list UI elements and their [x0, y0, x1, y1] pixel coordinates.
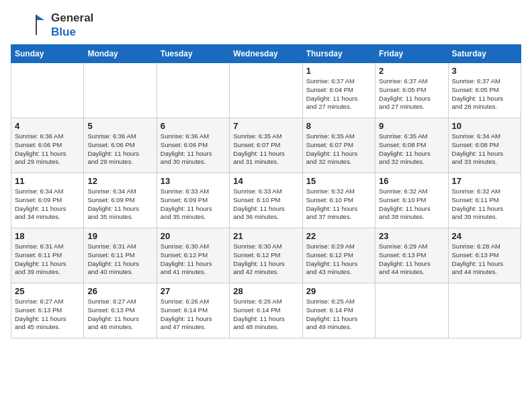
day-number: 29 — [306, 286, 371, 296]
day-number: 22 — [306, 231, 371, 241]
day-number: 7 — [233, 121, 298, 131]
day-number: 27 — [161, 286, 226, 296]
day-number: 17 — [452, 176, 517, 186]
day-info: Sunrise: 6:34 AM Sunset: 6:09 PM Dayligh… — [15, 187, 80, 222]
calendar-cell: 23Sunrise: 6:29 AM Sunset: 6:13 PM Dayli… — [375, 228, 448, 283]
calendar-cell: 6Sunrise: 6:36 AM Sunset: 6:06 PM Daylig… — [157, 118, 229, 173]
day-info: Sunrise: 6:35 AM Sunset: 6:07 PM Dayligh… — [233, 132, 298, 167]
day-number: 6 — [161, 121, 226, 131]
day-number: 14 — [233, 176, 298, 186]
weekday-header-row: SundayMondayTuesdayWednesdayThursdayFrid… — [11, 45, 521, 63]
day-number: 1 — [306, 66, 371, 76]
week-row-1: 1Sunrise: 6:37 AM Sunset: 6:04 PM Daylig… — [11, 63, 521, 118]
day-info: Sunrise: 6:37 AM Sunset: 6:05 PM Dayligh… — [452, 77, 517, 111]
weekday-header-thursday: Thursday — [302, 45, 375, 63]
calendar-cell: 11Sunrise: 6:34 AM Sunset: 6:09 PM Dayli… — [11, 173, 84, 228]
calendar-cell: 24Sunrise: 6:28 AM Sunset: 6:13 PM Dayli… — [448, 228, 521, 283]
day-info: Sunrise: 6:30 AM Sunset: 6:12 PM Dayligh… — [161, 242, 226, 277]
day-number: 26 — [87, 286, 152, 296]
day-number: 16 — [379, 176, 444, 186]
day-number: 19 — [87, 231, 152, 241]
day-info: Sunrise: 6:36 AM Sunset: 6:06 PM Dayligh… — [161, 132, 226, 167]
day-info: Sunrise: 6:32 AM Sunset: 6:10 PM Dayligh… — [306, 187, 371, 222]
calendar-cell: 7Sunrise: 6:35 AM Sunset: 6:07 PM Daylig… — [230, 118, 302, 173]
calendar-cell: 29Sunrise: 6:25 AM Sunset: 6:14 PM Dayli… — [302, 283, 375, 338]
calendar-cell: 14Sunrise: 6:33 AM Sunset: 6:10 PM Dayli… — [230, 173, 302, 228]
weekday-header-tuesday: Tuesday — [157, 45, 229, 63]
calendar-cell: 1Sunrise: 6:37 AM Sunset: 6:04 PM Daylig… — [302, 63, 375, 118]
calendar-cell — [84, 63, 157, 118]
day-number: 4 — [15, 121, 80, 131]
day-number: 10 — [452, 121, 517, 131]
weekday-header-monday: Monday — [84, 45, 157, 63]
day-number: 13 — [161, 176, 226, 186]
day-number: 5 — [87, 121, 152, 131]
day-number: 23 — [379, 231, 444, 241]
day-number: 18 — [15, 231, 80, 241]
calendar-cell: 8Sunrise: 6:35 AM Sunset: 6:07 PM Daylig… — [302, 118, 375, 173]
calendar-cell: 25Sunrise: 6:27 AM Sunset: 6:13 PM Dayli… — [11, 283, 84, 338]
calendar-cell: 9Sunrise: 6:35 AM Sunset: 6:08 PM Daylig… — [375, 118, 448, 173]
calendar-cell: 18Sunrise: 6:31 AM Sunset: 6:11 PM Dayli… — [11, 228, 84, 283]
week-row-3: 11Sunrise: 6:34 AM Sunset: 6:09 PM Dayli… — [11, 173, 521, 228]
day-info: Sunrise: 6:36 AM Sunset: 6:06 PM Dayligh… — [15, 132, 80, 167]
calendar-cell: 10Sunrise: 6:34 AM Sunset: 6:08 PM Dayli… — [448, 118, 521, 173]
day-info: Sunrise: 6:36 AM Sunset: 6:06 PM Dayligh… — [87, 132, 152, 167]
calendar-cell: 21Sunrise: 6:30 AM Sunset: 6:12 PM Dayli… — [230, 228, 302, 283]
calendar-cell: 3Sunrise: 6:37 AM Sunset: 6:05 PM Daylig… — [448, 63, 521, 118]
day-number: 11 — [15, 176, 80, 186]
week-row-4: 18Sunrise: 6:31 AM Sunset: 6:11 PM Dayli… — [11, 228, 521, 283]
week-row-5: 25Sunrise: 6:27 AM Sunset: 6:13 PM Dayli… — [11, 283, 521, 338]
day-info: Sunrise: 6:25 AM Sunset: 6:14 PM Dayligh… — [306, 298, 371, 332]
day-info: Sunrise: 6:37 AM Sunset: 6:04 PM Dayligh… — [306, 77, 371, 111]
day-info: Sunrise: 6:26 AM Sunset: 6:14 PM Dayligh… — [161, 298, 226, 332]
calendar-cell — [375, 283, 448, 338]
week-row-2: 4Sunrise: 6:36 AM Sunset: 6:06 PM Daylig… — [11, 118, 521, 173]
day-info: Sunrise: 6:33 AM Sunset: 6:10 PM Dayligh… — [233, 187, 298, 222]
logo: GeneralBlue — [11, 11, 93, 39]
day-info: Sunrise: 6:34 AM Sunset: 6:08 PM Dayligh… — [452, 132, 517, 167]
day-number: 28 — [233, 286, 298, 296]
logo-icon — [11, 13, 51, 37]
logo-text: GeneralBlue — [51, 11, 93, 39]
day-info: Sunrise: 6:34 AM Sunset: 6:09 PM Dayligh… — [87, 187, 152, 222]
day-number: 15 — [306, 176, 371, 186]
day-number: 9 — [379, 121, 444, 131]
day-info: Sunrise: 6:32 AM Sunset: 6:11 PM Dayligh… — [452, 187, 517, 222]
day-info: Sunrise: 6:29 AM Sunset: 6:12 PM Dayligh… — [306, 242, 371, 277]
day-number: 3 — [452, 66, 517, 76]
calendar-cell: 26Sunrise: 6:27 AM Sunset: 6:13 PM Dayli… — [84, 283, 157, 338]
logo-general: General — [51, 11, 93, 24]
weekday-header-sunday: Sunday — [11, 45, 84, 63]
calendar-cell: 5Sunrise: 6:36 AM Sunset: 6:06 PM Daylig… — [84, 118, 157, 173]
day-number: 25 — [15, 286, 80, 296]
calendar-cell: 15Sunrise: 6:32 AM Sunset: 6:10 PM Dayli… — [302, 173, 375, 228]
day-number: 2 — [379, 66, 444, 76]
day-info: Sunrise: 6:27 AM Sunset: 6:13 PM Dayligh… — [87, 298, 152, 332]
day-number: 8 — [306, 121, 371, 131]
calendar-table: SundayMondayTuesdayWednesdayThursdayFrid… — [11, 44, 521, 338]
day-number: 21 — [233, 231, 298, 241]
day-info: Sunrise: 6:31 AM Sunset: 6:11 PM Dayligh… — [15, 242, 80, 277]
weekday-header-saturday: Saturday — [448, 45, 521, 63]
day-info: Sunrise: 6:32 AM Sunset: 6:10 PM Dayligh… — [379, 187, 444, 222]
svg-marker-0 — [36, 15, 44, 20]
weekday-header-wednesday: Wednesday — [230, 45, 302, 63]
calendar-cell: 12Sunrise: 6:34 AM Sunset: 6:09 PM Dayli… — [84, 173, 157, 228]
calendar-cell: 20Sunrise: 6:30 AM Sunset: 6:12 PM Dayli… — [157, 228, 229, 283]
calendar-cell: 13Sunrise: 6:33 AM Sunset: 6:09 PM Dayli… — [157, 173, 229, 228]
day-info: Sunrise: 6:28 AM Sunset: 6:13 PM Dayligh… — [452, 242, 517, 277]
day-number: 20 — [161, 231, 226, 241]
calendar-cell — [448, 283, 521, 338]
calendar-cell — [230, 63, 302, 118]
logo-blue: Blue — [51, 26, 76, 38]
day-info: Sunrise: 6:35 AM Sunset: 6:08 PM Dayligh… — [379, 132, 444, 167]
calendar-cell: 27Sunrise: 6:26 AM Sunset: 6:14 PM Dayli… — [157, 283, 229, 338]
weekday-header-friday: Friday — [375, 45, 448, 63]
day-info: Sunrise: 6:29 AM Sunset: 6:13 PM Dayligh… — [379, 242, 444, 277]
calendar-cell: 16Sunrise: 6:32 AM Sunset: 6:10 PM Dayli… — [375, 173, 448, 228]
header: GeneralBlue — [11, 11, 521, 39]
day-info: Sunrise: 6:30 AM Sunset: 6:12 PM Dayligh… — [233, 242, 298, 277]
calendar-cell: 4Sunrise: 6:36 AM Sunset: 6:06 PM Daylig… — [11, 118, 84, 173]
day-info: Sunrise: 6:31 AM Sunset: 6:11 PM Dayligh… — [87, 242, 152, 277]
